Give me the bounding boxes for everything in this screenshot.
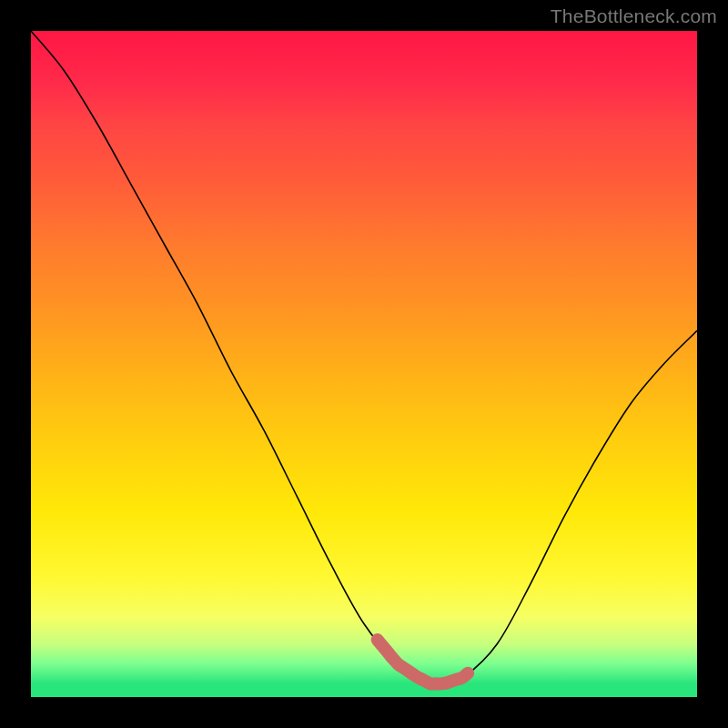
bottleneck-curve: [31, 31, 697, 697]
curve-path: [31, 31, 697, 684]
curve-highlight: [378, 640, 469, 684]
watermark-text: TheBottleneck.com: [551, 5, 717, 27]
plot-area: [31, 31, 697, 697]
chart-frame: TheBottleneck.com: [0, 0, 728, 728]
